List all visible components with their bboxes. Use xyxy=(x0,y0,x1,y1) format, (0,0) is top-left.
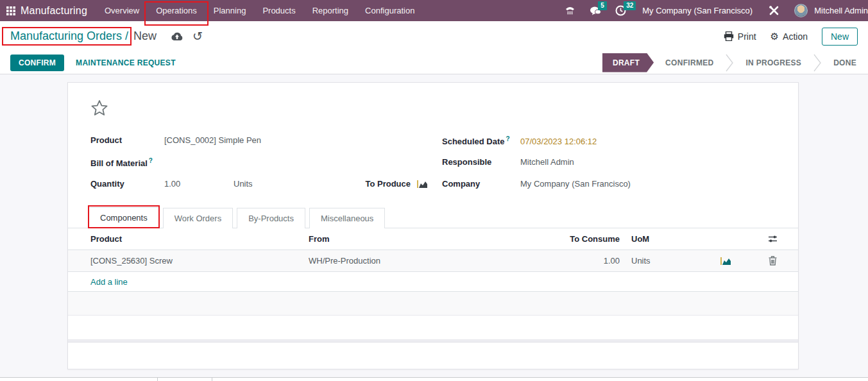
product-label: Product xyxy=(90,135,164,145)
manufacturing-order-sheet: Product [CONS_0002] Simple Pen Bill of M… xyxy=(67,82,799,369)
bom-label: Bill of Material? xyxy=(90,157,164,168)
print-button[interactable]: Print xyxy=(724,31,756,42)
user-avatar[interactable] xyxy=(794,4,808,17)
to-produce-label: To Produce xyxy=(365,179,411,189)
scheduled-date-label: Scheduled Date? xyxy=(442,135,520,146)
menu-reporting[interactable]: Reporting xyxy=(304,0,357,21)
activities-badge: 32 xyxy=(624,1,636,10)
tab-by-products[interactable]: By-Products xyxy=(237,208,305,228)
field-bill-of-material: Bill of Material? xyxy=(90,157,434,179)
field-company: Company My Company (San Francisco) xyxy=(442,179,776,201)
chevron-right-icon xyxy=(813,53,822,72)
component-row[interactable]: [CONS_25630] ScrewWH/Pre-Production1.00U… xyxy=(68,250,798,272)
breadcrumb-manufacturing-orders[interactable]: Manufacturing Orders / xyxy=(10,30,128,43)
action-menu-button[interactable]: ⚙ Action xyxy=(770,31,808,42)
components-table-body: [CONS_25630] ScrewWH/Pre-Production1.00U… xyxy=(68,250,798,272)
cell-uom[interactable]: Units xyxy=(631,256,695,266)
discard-undo-icon[interactable]: ↺ xyxy=(192,30,203,42)
apps-grid-icon[interactable] xyxy=(6,6,15,15)
optional-columns-icon[interactable] xyxy=(756,234,798,244)
cell-product[interactable]: [CONS_25630] Screw xyxy=(68,256,309,266)
components-table-header: Product From To Consume UoM xyxy=(68,228,798,250)
field-scheduled-date: Scheduled Date? 07/03/2023 12:06:12 xyxy=(442,135,776,157)
company-value[interactable]: My Company (San Francisco) xyxy=(520,179,631,189)
stage-pipeline: DRAFTCONFIRMEDIN PROGRESSDONE xyxy=(602,51,868,74)
stage-done[interactable]: DONE xyxy=(822,58,868,67)
annotation-box-tab xyxy=(88,205,160,228)
cell-from[interactable]: WH/Pre-Production xyxy=(309,256,561,266)
user-name[interactable]: Mitchell Admin xyxy=(814,6,868,15)
navbar-systray: 5 32 My Company (San Francisco) Mitchell… xyxy=(559,0,868,21)
chevron-right-icon xyxy=(725,53,734,72)
add-a-line-link[interactable]: Add a line xyxy=(90,277,128,287)
notebook-tabs: ComponentsWork OrdersBy-ProductsMiscella… xyxy=(68,207,798,228)
forecast-chart-icon[interactable] xyxy=(695,257,756,266)
quantity-label: Quantity xyxy=(90,179,164,189)
statusbar: CONFIRM MAINTENANCE REQUEST DRAFTCONFIRM… xyxy=(0,51,868,74)
scheduled-date-value[interactable]: 07/03/2023 12:06:12 xyxy=(520,137,597,146)
confirm-button[interactable]: CONFIRM xyxy=(10,55,64,71)
col-product[interactable]: Product xyxy=(68,234,309,244)
help-icon: ? xyxy=(149,157,153,164)
debug-tools-icon[interactable] xyxy=(763,0,785,21)
add-line-row: Add a line xyxy=(68,272,798,292)
menu-planning[interactable]: Planning xyxy=(205,0,255,21)
quantity-uom[interactable]: Units xyxy=(234,179,253,189)
app-brand[interactable]: Manufacturing xyxy=(6,0,96,21)
empty-row xyxy=(68,316,798,340)
forecast-chart-icon[interactable] xyxy=(417,180,429,189)
stage-confirmed[interactable]: CONFIRMED xyxy=(654,58,725,67)
empty-row xyxy=(68,292,798,316)
favorite-star-icon[interactable] xyxy=(90,99,108,117)
tab-components[interactable]: Components xyxy=(89,207,159,228)
stage-draft[interactable]: DRAFT xyxy=(602,53,654,72)
menu-configuration[interactable]: Configuration xyxy=(357,0,423,21)
new-button[interactable]: New xyxy=(822,28,858,46)
messages-icon[interactable]: 5 xyxy=(584,0,607,21)
stage-in-progress[interactable]: IN PROGRESS xyxy=(734,58,813,67)
col-from[interactable]: From xyxy=(309,234,561,244)
control-panel: Manufacturing Orders / New ↺ Print ⚙ Act… xyxy=(0,21,868,51)
company-label: Company xyxy=(442,179,520,189)
top-navbar: Manufacturing OverviewOperationsPlanning… xyxy=(0,0,868,21)
product-value[interactable]: [CONS_0002] Simple Pen xyxy=(164,135,261,145)
gear-icon: ⚙ xyxy=(770,31,779,41)
col-uom[interactable]: UoM xyxy=(631,234,695,244)
delete-row-icon[interactable] xyxy=(756,256,798,266)
row-divider xyxy=(68,340,798,343)
field-quantity: Quantity 1.00 Units To Produce xyxy=(90,179,434,201)
activities-clock-icon[interactable]: 32 xyxy=(609,0,632,21)
navbar-menus: OverviewOperationsPlanningProductsReport… xyxy=(96,0,423,21)
responsible-label: Responsible xyxy=(442,157,520,167)
voip-phone-icon[interactable] xyxy=(559,0,581,21)
menu-overview[interactable]: Overview xyxy=(96,0,148,21)
col-to-consume[interactable]: To Consume xyxy=(561,234,631,244)
tab-work-orders[interactable]: Work Orders xyxy=(163,208,233,228)
form-view: Product [CONS_0002] Simple Pen Bill of M… xyxy=(0,74,868,381)
quantity-value[interactable]: 1.00 xyxy=(164,179,234,189)
cell-to-consume[interactable]: 1.00 xyxy=(561,256,631,266)
responsible-value[interactable]: Mitchell Admin xyxy=(520,157,574,167)
save-cloud-icon[interactable] xyxy=(171,31,183,41)
maintenance-request-button[interactable]: MAINTENANCE REQUEST xyxy=(76,58,176,67)
chatter-top-edge xyxy=(0,377,868,381)
help-icon: ? xyxy=(506,135,510,142)
menu-products[interactable]: Products xyxy=(254,0,303,21)
field-responsible: Responsible Mitchell Admin xyxy=(442,157,776,179)
breadcrumb: Manufacturing Orders / New ↺ xyxy=(10,30,203,43)
messages-badge: 5 xyxy=(598,1,607,10)
tab-miscellaneous[interactable]: Miscellaneous xyxy=(309,208,385,228)
field-product: Product [CONS_0002] Simple Pen xyxy=(90,135,434,157)
breadcrumb-current: New xyxy=(133,30,157,43)
menu-operations[interactable]: Operations xyxy=(148,0,205,21)
app-name: Manufacturing xyxy=(21,5,87,17)
company-switcher[interactable]: My Company (San Francisco) xyxy=(634,6,760,15)
